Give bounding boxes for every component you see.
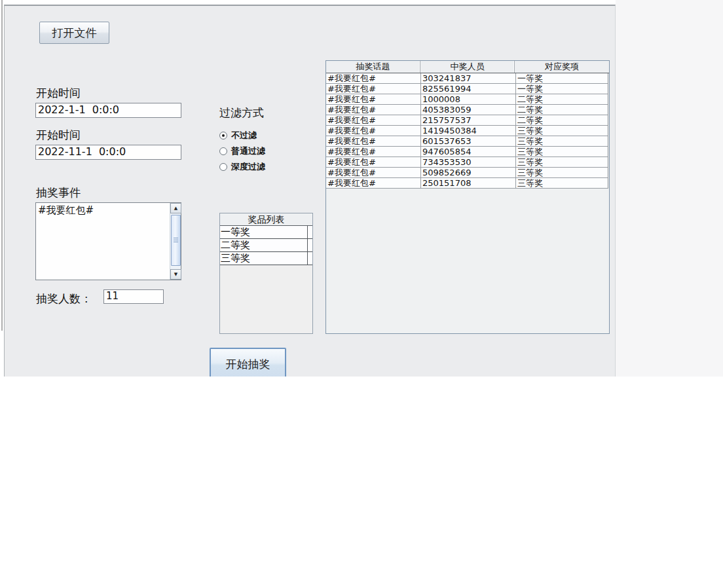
results-table-body: #我要红包# 303241837 一等奖 #我要红包# 825561994 一等… <box>326 73 607 189</box>
table-cell: 二等奖 <box>516 115 608 126</box>
scroll-down-icon[interactable]: ▼ <box>170 269 181 280</box>
table-cell: #我要红包# <box>326 147 421 157</box>
desktop-edge-artifact <box>1 0 3 331</box>
table-cell: #我要红包# <box>326 84 421 94</box>
radio-no-filter[interactable]: 不过滤 <box>219 128 265 143</box>
start-time-input-1[interactable]: 2022-1-1 0:0:0 <box>35 103 181 118</box>
radio-button-icon[interactable] <box>219 147 227 155</box>
start-time-label-2: 开始时间 <box>36 128 81 143</box>
results-table-header: 抽奖话题 中奖人员 对应奖项 <box>326 61 609 73</box>
column-header-prize[interactable]: 对应奖项 <box>515 61 609 73</box>
table-cell: 三等奖 <box>516 126 608 136</box>
table-row[interactable]: #我要红包# 1000008 二等奖 <box>326 94 607 105</box>
table-cell: 三等奖 <box>516 168 608 178</box>
event-textarea[interactable]: #我要红包# ▲ ▼ <box>35 202 181 280</box>
table-row[interactable]: #我要红包# 825561994 一等奖 <box>326 84 607 94</box>
table-row[interactable]: #我要红包# 215757537 二等奖 <box>326 115 607 126</box>
table-row[interactable]: #我要红包# 303241837 一等奖 <box>326 73 607 84</box>
table-cell: #我要红包# <box>326 94 421 105</box>
radio-label: 深度过滤 <box>231 161 265 173</box>
table-cell: 250151708 <box>421 178 516 189</box>
table-cell: 三等奖 <box>516 136 608 147</box>
lottery-app-window: 打开文件 开始时间 2022-1-1 0:0:0 开始时间 2022-11-1 … <box>4 5 616 377</box>
table-row[interactable]: #我要红包# 947605854 三等奖 <box>326 147 607 157</box>
table-cell: #我要红包# <box>326 168 421 178</box>
table-cell: 三等奖 <box>516 147 608 157</box>
list-item[interactable]: 一等奖 <box>220 226 312 239</box>
table-cell: 303241837 <box>421 73 516 84</box>
radio-deep-filter[interactable]: 深度过滤 <box>219 159 265 175</box>
background-right <box>616 0 723 377</box>
results-table-pane: 抽奖话题 中奖人员 对应奖项 #我要红包# 303241837 一等奖 #我要红… <box>325 60 610 334</box>
table-cell: #我要红包# <box>326 73 421 84</box>
table-cell: #我要红包# <box>326 115 421 126</box>
start-time-label-1: 开始时间 <box>36 86 81 101</box>
table-row[interactable]: #我要红包# 405383059 二等奖 <box>326 105 607 115</box>
event-textarea-value: #我要红包# <box>38 204 94 217</box>
radio-button-icon[interactable] <box>219 132 227 139</box>
list-item[interactable]: 二等奖 <box>220 239 312 252</box>
table-cell: 二等奖 <box>516 105 608 115</box>
prize-list-header: 奖品列表 <box>220 213 312 226</box>
radio-label: 普通过滤 <box>231 145 265 157</box>
open-file-button[interactable]: 打开文件 <box>39 22 109 44</box>
radio-normal-filter[interactable]: 普通过滤 <box>219 143 265 159</box>
prize-grid-line <box>307 226 308 265</box>
vertical-scrollbar[interactable]: ▲ ▼ <box>170 203 181 280</box>
scroll-up-icon[interactable]: ▲ <box>170 203 181 213</box>
draw-count-input[interactable]: 11 <box>103 289 164 304</box>
draw-count-label: 抽奖人数： <box>36 291 92 306</box>
table-cell: #我要红包# <box>326 178 421 189</box>
table-row[interactable]: #我要红包# 509852669 三等奖 <box>326 168 607 178</box>
table-row[interactable]: #我要红包# 1419450384 三等奖 <box>326 126 607 136</box>
event-label: 抽奖事件 <box>36 185 81 200</box>
table-cell: 601537653 <box>421 136 516 147</box>
scrollbar-thumb[interactable] <box>171 215 181 266</box>
radio-button-icon[interactable] <box>219 163 227 171</box>
table-cell: 734353530 <box>421 157 516 168</box>
table-cell: 一等奖 <box>516 84 608 94</box>
desktop: 打开文件 开始时间 2022-1-1 0:0:0 开始时间 2022-11-1 … <box>0 0 723 588</box>
table-cell: 1000008 <box>421 94 516 105</box>
filter-radio-group: 不过滤 普通过滤 深度过滤 <box>219 128 265 175</box>
list-item[interactable]: 三等奖 <box>220 252 312 265</box>
table-cell: 947605854 <box>421 147 516 157</box>
prize-list-pane: 奖品列表 一等奖 二等奖 三等奖 <box>219 213 313 334</box>
table-row[interactable]: #我要红包# 250151708 三等奖 <box>326 178 607 189</box>
radio-label: 不过滤 <box>231 130 257 141</box>
table-cell: #我要红包# <box>326 105 421 115</box>
table-cell: 405383059 <box>421 105 516 115</box>
filter-mode-title: 过滤方式 <box>219 105 264 120</box>
table-cell: 1419450384 <box>421 126 516 136</box>
table-cell: #我要红包# <box>326 136 421 147</box>
table-cell: 215757537 <box>421 115 516 126</box>
table-cell: 825561994 <box>421 84 516 94</box>
table-cell: 509852669 <box>421 168 516 178</box>
column-header-topic[interactable]: 抽奖话题 <box>326 61 420 73</box>
table-cell: #我要红包# <box>326 126 421 136</box>
table-cell: 三等奖 <box>516 157 608 168</box>
table-row[interactable]: #我要红包# 601537653 三等奖 <box>326 136 607 147</box>
table-cell: 三等奖 <box>516 178 608 189</box>
start-time-input-2[interactable]: 2022-11-1 0:0:0 <box>35 145 181 160</box>
table-cell: 一等奖 <box>516 73 608 84</box>
prize-list-body: 一等奖 二等奖 三等奖 <box>220 226 312 265</box>
table-row[interactable]: #我要红包# 734353530 三等奖 <box>326 157 607 168</box>
table-cell: #我要红包# <box>326 157 421 168</box>
start-draw-button[interactable]: 开始抽奖 <box>210 348 286 377</box>
table-cell: 二等奖 <box>516 94 608 105</box>
column-header-winner[interactable]: 中奖人员 <box>420 61 515 73</box>
